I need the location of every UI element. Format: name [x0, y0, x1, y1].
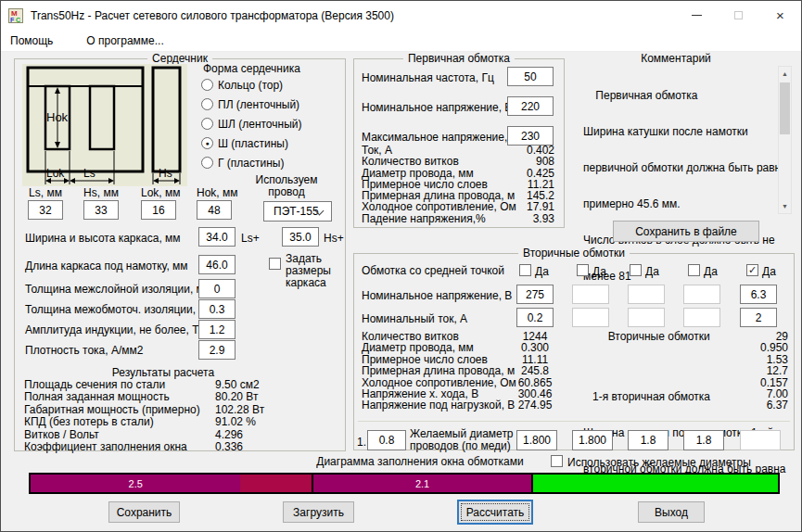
- menubar: Помощь О программе...: [1, 30, 801, 52]
- fill-segment-3: 2.1: [313, 475, 532, 492]
- dim-ls-input[interactable]: [28, 200, 63, 220]
- save-to-file-button[interactable]: Сохранить в файле: [613, 221, 759, 242]
- core-shape-radios: Кольцо (тор) ПЛ (ленточный) ШЛ (ленточны…: [201, 78, 301, 175]
- desired-diameter-input-4[interactable]: [683, 430, 724, 450]
- secondary-current-input-4[interactable]: [683, 308, 720, 327]
- secondary-voltage-input-4[interactable]: [683, 285, 720, 304]
- radio-label: Кольцо (тор): [218, 79, 283, 92]
- menu-about[interactable]: О программе...: [77, 34, 172, 47]
- center-tap-checkbox-2-label: Да: [592, 265, 606, 278]
- save-button[interactable]: Сохранить: [108, 501, 180, 523]
- app-icon: M F C: [8, 8, 23, 23]
- dim-hok-input[interactable]: [197, 200, 232, 220]
- desired-diameter-input-1[interactable]: [516, 430, 557, 450]
- secondary-voltage-input-2[interactable]: [572, 285, 609, 304]
- primary-group-title: Первичная обмотка: [403, 52, 515, 65]
- scroll-down-icon[interactable]: ▼: [779, 199, 791, 213]
- frame-height-input[interactable]: [282, 227, 319, 247]
- center-tap-checkbox-3[interactable]: [630, 264, 642, 276]
- core-group: Сердечник Hok Lok Ls: [14, 58, 346, 451]
- secondary-results: Количество витков124429 Диаметр провода,…: [362, 331, 788, 412]
- secondary-current-input-3[interactable]: [628, 308, 665, 327]
- radio-icon: ●: [201, 137, 213, 149]
- result-row: Холодное сопротивление, Ом17.91: [362, 201, 554, 212]
- center-tap-checkbox-1[interactable]: [519, 264, 531, 276]
- close-button[interactable]: ×: [759, 1, 801, 30]
- wire-label-line1: Используем: [236, 173, 337, 186]
- wire-combobox[interactable]: ПЭТ-155: [263, 201, 332, 222]
- frame-height-suffix: Hs+: [324, 232, 344, 245]
- secondary-current-input-2[interactable]: [572, 308, 609, 327]
- scrollbar-thumb[interactable]: [780, 82, 790, 134]
- desired-diameter-input-2[interactable]: [572, 430, 613, 450]
- secondary-current-input-1[interactable]: [516, 308, 554, 327]
- comment-scrollbar[interactable]: ▲ ▼: [778, 66, 792, 214]
- fill-diagram-title: Диаграмма заполнения окна обмотками: [316, 455, 523, 468]
- center-tap-checkbox-4[interactable]: [688, 264, 700, 276]
- dim-lok-input[interactable]: [141, 200, 176, 220]
- close-icon: ×: [776, 8, 784, 22]
- secondary-voltage-input-3[interactable]: [628, 285, 665, 304]
- maximize-button[interactable]: [718, 1, 759, 30]
- fill-segment-value: 2.1: [415, 478, 429, 489]
- dim-hs-input[interactable]: [83, 200, 119, 220]
- current-density-input[interactable]: [198, 340, 236, 360]
- frame-wh-label: Ширина и высота каркаса, мм: [25, 232, 181, 245]
- desired-index-label: 1.: [357, 436, 366, 449]
- load-button[interactable]: Загрузить: [283, 501, 354, 523]
- menu-help[interactable]: Помощь: [1, 34, 62, 47]
- interlayer-insulation-input[interactable]: [198, 279, 236, 298]
- use-desired-diameters-checkbox[interactable]: [551, 455, 563, 467]
- radio-shape-sh[interactable]: ● Ш (пластины): [201, 136, 301, 150]
- fill-diagram-bar: 2.5 2.1: [29, 473, 780, 494]
- radio-icon: [201, 98, 213, 110]
- result-row: Габаритная мощность (примерно)102.28 Вт: [24, 404, 339, 416]
- param-label: Толщина межслойной изоляции, мм: [25, 283, 211, 296]
- center-tap-checkbox-5[interactable]: ✓: [746, 264, 758, 276]
- secondary-current-input-5[interactable]: [740, 308, 777, 327]
- minimize-button[interactable]: [676, 1, 718, 30]
- core-diagram: Hok Lok Ls Hs: [22, 64, 187, 186]
- frame-width-input[interactable]: [198, 227, 236, 247]
- radio-label: ШЛ (ленточный): [218, 118, 301, 131]
- exit-button[interactable]: Выход: [638, 501, 705, 523]
- radio-shape-pl[interactable]: ПЛ (ленточный): [201, 97, 301, 111]
- result-row: Площадь сечения по стали9.50 см2: [24, 379, 339, 391]
- radio-shape-g[interactable]: Г (пластины): [201, 156, 301, 170]
- secondary-voltage-input-5[interactable]: [740, 285, 777, 304]
- radio-label: Г (пластины): [218, 157, 284, 170]
- desired-diameter-label-line1: Желаемый диаметр: [410, 427, 510, 440]
- primary-group: Первичная обмотка Номинальная частота, Г…: [353, 58, 565, 228]
- desired-diameter-input-5[interactable]: [740, 430, 781, 450]
- desired-diameter-input-0[interactable]: [367, 430, 406, 450]
- radio-icon: [201, 118, 213, 130]
- result-row: Примерная длина провода, м245.812.7: [362, 365, 788, 376]
- frequency-input[interactable]: [507, 67, 554, 86]
- center-tap-checkbox-2[interactable]: [577, 264, 589, 276]
- use-desired-diameters-label: Использовать желаемые диаметры: [567, 456, 751, 469]
- induction-amplitude-input[interactable]: [198, 320, 236, 339]
- primary-results: Ток, А0.402 Количество витков908 Диаметр…: [362, 145, 554, 224]
- secondary-group-title: Вторичные обмотки: [518, 247, 630, 260]
- desired-diameter-label-line2: проводов (по меди): [410, 439, 510, 452]
- interwinding-insulation-input[interactable]: [198, 299, 236, 319]
- svg-text:C: C: [16, 16, 20, 22]
- radio-icon: [201, 79, 213, 91]
- max-voltage-input[interactable]: [507, 126, 554, 146]
- center-tap-checkbox-1-label: Да: [535, 265, 549, 278]
- frame-length-input[interactable]: [198, 255, 236, 274]
- radio-shape-shl[interactable]: ШЛ (ленточный): [201, 117, 301, 131]
- center-tap-checkbox-4-label: Да: [704, 265, 718, 278]
- center-tap-checkbox-3-label: Да: [645, 265, 659, 278]
- radio-shape-ring[interactable]: Кольцо (тор): [201, 78, 301, 92]
- scroll-up-icon[interactable]: ▲: [779, 67, 791, 81]
- secondary-voltage-input-1[interactable]: [516, 285, 554, 304]
- desired-diameter-input-3[interactable]: [628, 430, 668, 450]
- calculate-button[interactable]: Рассчитать: [457, 500, 533, 525]
- titlebar: M F C Trans50Hz - Расчет сетевого силово…: [1, 1, 801, 30]
- dim-hok-label: Hok, мм: [197, 186, 234, 199]
- set-frame-size-checkbox[interactable]: [269, 258, 281, 270]
- dim-lok-label: Lok, мм: [141, 186, 178, 199]
- nominal-voltage-input[interactable]: [507, 96, 554, 116]
- fill-segment-value: 2.5: [129, 478, 143, 489]
